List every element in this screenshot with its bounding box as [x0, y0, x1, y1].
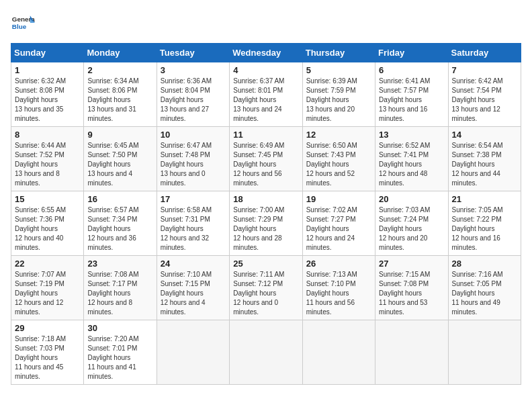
- day-info: Sunrise: 6:44 AM Sunset: 7:52 PM Dayligh…: [15, 141, 80, 188]
- table-row: 10 Sunrise: 6:47 AM Sunset: 7:48 PM Dayl…: [157, 127, 229, 191]
- day-info: Sunrise: 7:07 AM Sunset: 7:19 PM Dayligh…: [15, 270, 80, 317]
- calendar-week-row: 1 Sunrise: 6:32 AM Sunset: 8:08 PM Dayli…: [11, 62, 521, 127]
- table-row: 14 Sunrise: 6:54 AM Sunset: 7:38 PM Dayl…: [448, 127, 521, 191]
- day-number: 12: [306, 130, 371, 140]
- table-row: 27 Sunrise: 7:15 AM Sunset: 7:08 PM Dayl…: [375, 256, 448, 320]
- day-info: Sunrise: 7:05 AM Sunset: 7:22 PM Dayligh…: [452, 205, 517, 253]
- day-number: 15: [15, 194, 80, 204]
- day-number: 9: [87, 130, 152, 140]
- day-info: Sunrise: 7:10 AM Sunset: 7:15 PM Dayligh…: [161, 270, 226, 317]
- header-friday: Friday: [375, 44, 448, 62]
- day-info: Sunrise: 6:34 AM Sunset: 8:06 PM Dayligh…: [87, 77, 152, 124]
- day-info: Sunrise: 6:45 AM Sunset: 7:50 PM Dayligh…: [87, 141, 152, 188]
- day-number: 6: [379, 65, 444, 75]
- calendar-table: SundayMondayTuesdayWednesdayThursdayFrid…: [11, 43, 521, 385]
- table-row: 28 Sunrise: 7:16 AM Sunset: 7:05 PM Dayl…: [448, 256, 521, 320]
- table-row: 1 Sunrise: 6:32 AM Sunset: 8:08 PM Dayli…: [11, 62, 84, 127]
- table-row: 8 Sunrise: 6:44 AM Sunset: 7:52 PM Dayli…: [11, 127, 84, 191]
- day-number: 16: [87, 194, 152, 204]
- table-row: 11 Sunrise: 6:49 AM Sunset: 7:45 PM Dayl…: [230, 127, 302, 191]
- table-row: 13 Sunrise: 6:52 AM Sunset: 7:41 PM Dayl…: [375, 127, 448, 191]
- header-thursday: Thursday: [302, 44, 375, 62]
- table-row: 25 Sunrise: 7:11 AM Sunset: 7:12 PM Dayl…: [230, 256, 302, 320]
- day-info: Sunrise: 7:02 AM Sunset: 7:27 PM Dayligh…: [306, 205, 371, 253]
- day-info: Sunrise: 6:57 AM Sunset: 7:34 PM Dayligh…: [87, 205, 152, 253]
- day-number: 2: [87, 65, 152, 75]
- table-row: 26 Sunrise: 7:13 AM Sunset: 7:10 PM Dayl…: [302, 256, 375, 320]
- table-row: 22 Sunrise: 7:07 AM Sunset: 7:19 PM Dayl…: [11, 256, 84, 320]
- day-info: Sunrise: 6:39 AM Sunset: 7:59 PM Dayligh…: [306, 77, 371, 124]
- day-number: 25: [233, 259, 298, 269]
- calendar-week-row: 29 Sunrise: 7:18 AM Sunset: 7:03 PM Dayl…: [11, 320, 521, 385]
- day-info: Sunrise: 6:37 AM Sunset: 8:01 PM Dayligh…: [233, 77, 298, 124]
- day-info: Sunrise: 7:18 AM Sunset: 7:03 PM Dayligh…: [15, 334, 80, 381]
- day-number: 21: [452, 194, 517, 204]
- calendar-week-row: 22 Sunrise: 7:07 AM Sunset: 7:19 PM Dayl…: [11, 256, 521, 320]
- day-info: Sunrise: 6:49 AM Sunset: 7:45 PM Dayligh…: [233, 141, 298, 188]
- table-row: 5 Sunrise: 6:39 AM Sunset: 7:59 PM Dayli…: [302, 62, 375, 127]
- day-info: Sunrise: 6:42 AM Sunset: 7:54 PM Dayligh…: [452, 77, 517, 124]
- day-number: 26: [306, 259, 371, 269]
- header-wednesday: Wednesday: [230, 44, 302, 62]
- day-number: 1: [15, 65, 80, 75]
- day-number: 24: [161, 259, 226, 269]
- day-info: Sunrise: 6:47 AM Sunset: 7:48 PM Dayligh…: [161, 141, 226, 188]
- table-row: 3 Sunrise: 6:36 AM Sunset: 8:04 PM Dayli…: [157, 62, 229, 127]
- table-row: 9 Sunrise: 6:45 AM Sunset: 7:50 PM Dayli…: [84, 127, 157, 191]
- table-row: 17 Sunrise: 6:58 AM Sunset: 7:31 PM Dayl…: [157, 191, 229, 256]
- table-row: 2 Sunrise: 6:34 AM Sunset: 8:06 PM Dayli…: [84, 62, 157, 127]
- day-info: Sunrise: 6:41 AM Sunset: 7:57 PM Dayligh…: [379, 77, 444, 124]
- day-info: Sunrise: 6:32 AM Sunset: 8:08 PM Dayligh…: [15, 77, 80, 124]
- day-info: Sunrise: 6:52 AM Sunset: 7:41 PM Dayligh…: [379, 141, 444, 188]
- day-info: Sunrise: 7:03 AM Sunset: 7:24 PM Dayligh…: [379, 205, 444, 253]
- day-number: 28: [452, 259, 517, 269]
- day-number: 20: [379, 194, 444, 204]
- calendar-week-row: 8 Sunrise: 6:44 AM Sunset: 7:52 PM Dayli…: [11, 127, 521, 191]
- day-number: 3: [161, 65, 226, 75]
- calendar-week-row: 15 Sunrise: 6:55 AM Sunset: 7:36 PM Dayl…: [11, 191, 521, 256]
- table-row: [375, 320, 448, 385]
- header-tuesday: Tuesday: [157, 44, 229, 62]
- day-number: 29: [15, 323, 80, 333]
- table-row: [448, 320, 521, 385]
- day-number: 14: [452, 130, 517, 140]
- table-row: [157, 320, 229, 385]
- table-row: 20 Sunrise: 7:03 AM Sunset: 7:24 PM Dayl…: [375, 191, 448, 256]
- day-number: 11: [233, 130, 298, 140]
- table-row: 29 Sunrise: 7:18 AM Sunset: 7:03 PM Dayl…: [11, 320, 84, 385]
- table-row: 4 Sunrise: 6:37 AM Sunset: 8:01 PM Dayli…: [230, 62, 302, 127]
- day-number: 10: [161, 130, 226, 140]
- day-number: 4: [233, 65, 298, 75]
- day-info: Sunrise: 7:15 AM Sunset: 7:08 PM Dayligh…: [379, 270, 444, 317]
- day-info: Sunrise: 6:50 AM Sunset: 7:43 PM Dayligh…: [306, 141, 371, 188]
- day-info: Sunrise: 7:13 AM Sunset: 7:10 PM Dayligh…: [306, 270, 371, 317]
- table-row: [230, 320, 302, 385]
- day-number: 23: [87, 259, 152, 269]
- day-number: 5: [306, 65, 371, 75]
- header-sunday: Sunday: [11, 44, 84, 62]
- day-number: 30: [87, 323, 152, 333]
- day-number: 27: [379, 259, 444, 269]
- table-row: 12 Sunrise: 6:50 AM Sunset: 7:43 PM Dayl…: [302, 127, 375, 191]
- header-monday: Monday: [84, 44, 157, 62]
- day-info: Sunrise: 7:11 AM Sunset: 7:12 PM Dayligh…: [233, 270, 298, 317]
- logo: General Blue: [11, 11, 35, 35]
- calendar-header-row: SundayMondayTuesdayWednesdayThursdayFrid…: [11, 44, 521, 62]
- day-info: Sunrise: 6:58 AM Sunset: 7:31 PM Dayligh…: [161, 205, 226, 253]
- logo-icon: General Blue: [11, 11, 35, 35]
- day-info: Sunrise: 7:00 AM Sunset: 7:29 PM Dayligh…: [233, 205, 298, 253]
- day-info: Sunrise: 6:54 AM Sunset: 7:38 PM Dayligh…: [452, 141, 517, 188]
- table-row: 6 Sunrise: 6:41 AM Sunset: 7:57 PM Dayli…: [375, 62, 448, 127]
- table-row: 7 Sunrise: 6:42 AM Sunset: 7:54 PM Dayli…: [448, 62, 521, 127]
- table-row: 30 Sunrise: 7:20 AM Sunset: 7:01 PM Dayl…: [84, 320, 157, 385]
- day-number: 7: [452, 65, 517, 75]
- day-info: Sunrise: 7:20 AM Sunset: 7:01 PM Dayligh…: [87, 334, 152, 381]
- table-row: 16 Sunrise: 6:57 AM Sunset: 7:34 PM Dayl…: [84, 191, 157, 256]
- day-number: 13: [379, 130, 444, 140]
- table-row: 23 Sunrise: 7:08 AM Sunset: 7:17 PM Dayl…: [84, 256, 157, 320]
- day-info: Sunrise: 6:55 AM Sunset: 7:36 PM Dayligh…: [15, 205, 80, 253]
- table-row: 21 Sunrise: 7:05 AM Sunset: 7:22 PM Dayl…: [448, 191, 521, 256]
- svg-text:Blue: Blue: [12, 23, 27, 30]
- header-saturday: Saturday: [448, 44, 521, 62]
- day-number: 17: [161, 194, 226, 204]
